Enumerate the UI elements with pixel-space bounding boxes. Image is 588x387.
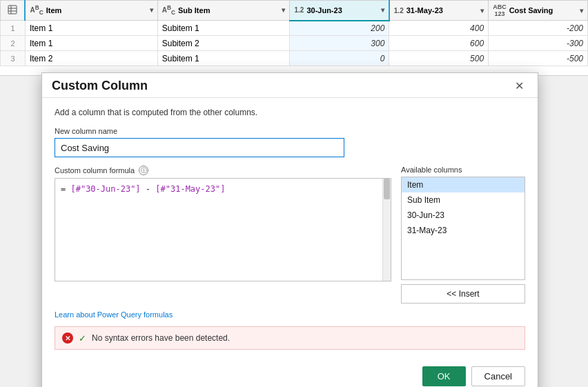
cell-may: 600 xyxy=(389,36,489,51)
formula-left: Custom column formula ⓘ = [#"30-Jun-23"]… xyxy=(55,166,391,304)
col-label-item1: Item xyxy=(46,6,62,14)
type-icon-cost: ABC123 xyxy=(493,3,507,17)
close-button[interactable]: ✕ xyxy=(511,79,528,93)
available-column-item[interactable]: 31-May-23 xyxy=(402,223,525,238)
cancel-button[interactable]: Cancel xyxy=(471,366,525,386)
formula-section: Custom column formula ⓘ = [#"30-Jun-23"]… xyxy=(55,166,525,304)
col-label-may: 31-May-23 xyxy=(406,6,443,14)
cell-item: Item 1 xyxy=(25,36,157,51)
col-header-cost[interactable]: ABC123 Cost Saving ▾ xyxy=(489,1,588,21)
type-icon-jun: 1.2 xyxy=(294,6,304,14)
col-header-subitem[interactable]: ABC Sub Item ▾ xyxy=(157,1,290,21)
available-column-item[interactable]: 30-Jun-23 xyxy=(402,208,525,223)
column-name-input[interactable] xyxy=(55,138,344,157)
formula-col1: [#"30-Jun-23"] xyxy=(70,184,140,194)
col-header-jun[interactable]: 1.2 30-Jun-23 ▾ xyxy=(290,1,389,21)
type-icon-item1: ABC xyxy=(30,4,43,16)
formula-col2: [#"31-May-23"] xyxy=(155,184,225,194)
column-name-label: New column name xyxy=(55,127,525,135)
column-name-section: New column name xyxy=(55,127,525,157)
svg-rect-0 xyxy=(8,6,17,14)
insert-button[interactable]: << Insert xyxy=(401,284,525,304)
cell-item: Item 2 xyxy=(25,51,157,66)
table-area: ABC Item ▾ ABC Sub Item ▾ 1.2 30-Jun xyxy=(0,0,588,76)
cell-item: Item 1 xyxy=(25,21,157,36)
dialog-subtitle: Add a column that is computed from the o… xyxy=(55,108,525,117)
formula-label-row: Custom column formula ⓘ xyxy=(55,166,391,175)
cell-jun: 0 xyxy=(290,51,389,66)
cell-may: 500 xyxy=(389,51,489,66)
formula-minus: - xyxy=(141,184,156,194)
custom-column-dialog: Custom Column ✕ Add a column that is com… xyxy=(41,72,538,387)
cell-jun: 200 xyxy=(290,21,389,36)
col-header-may[interactable]: 1.2 31-May-23 ▾ xyxy=(389,1,489,21)
available-columns-label: Available columns xyxy=(401,166,525,174)
ok-button[interactable]: OK xyxy=(422,366,466,386)
dialog-title: Custom Column xyxy=(52,79,148,93)
cell-subitem: Subitem 2 xyxy=(157,36,290,51)
table-row: 3 Item 2 Subitem 1 0 500 -500 xyxy=(1,51,588,66)
table-row: 1 Item 1 Subitem 1 200 400 -200 xyxy=(1,21,588,36)
formula-label: Custom column formula xyxy=(55,166,135,175)
dropdown-may[interactable]: ▾ xyxy=(480,7,484,14)
learn-link[interactable]: Learn about Power Query formulas xyxy=(55,310,173,319)
cell-subitem: Subitem 1 xyxy=(157,21,290,36)
formula-display: = [#"30-Jun-23"] - [#"31-May-23"] xyxy=(55,179,391,200)
col-label-cost: Cost Saving xyxy=(509,6,553,14)
cell-jun: 300 xyxy=(290,36,389,51)
formula-equals: = xyxy=(61,184,70,194)
formula-textarea-wrapper: = [#"30-Jun-23"] - [#"31-May-23"] xyxy=(55,178,391,281)
available-column-item[interactable]: Sub Item xyxy=(402,192,525,208)
table-icon-header xyxy=(1,1,26,21)
dropdown-cost[interactable]: ▾ xyxy=(580,7,583,14)
status-text: No syntax errors have been detected. xyxy=(92,333,230,343)
dropdown-jun[interactable]: ▾ xyxy=(381,6,384,14)
info-icon[interactable]: ⓘ xyxy=(139,166,148,175)
type-icon-subitem: ABC xyxy=(162,4,175,16)
row-num: 2 xyxy=(1,36,26,51)
col-header-item1[interactable]: ABC Item ▾ xyxy=(25,1,157,21)
available-columns-section: Available columns ItemSub Item30-Jun-233… xyxy=(401,166,525,304)
cell-may: 400 xyxy=(389,21,489,36)
type-icon-may: 1.2 xyxy=(394,7,404,14)
formula-scrollbar[interactable] xyxy=(382,179,391,281)
row-num: 1 xyxy=(1,21,26,36)
table-row: 2 Item 1 Subitem 2 300 600 -300 xyxy=(1,36,588,51)
cell-cost: -500 xyxy=(489,51,588,66)
dropdown-item1[interactable]: ▾ xyxy=(150,6,153,14)
cell-subitem: Subitem 1 xyxy=(157,51,290,66)
dialog-titlebar: Custom Column ✕ xyxy=(42,73,538,98)
available-column-item[interactable]: Item xyxy=(402,177,525,192)
cell-cost: -200 xyxy=(489,21,588,36)
available-columns-list: ItemSub Item30-Jun-2331-May-23 xyxy=(401,177,525,280)
cell-cost: -300 xyxy=(489,36,588,51)
formula-scroll-thumb xyxy=(384,179,390,199)
row-num: 3 xyxy=(1,51,26,66)
data-table: ABC Item ▾ ABC Sub Item ▾ 1.2 30-Jun xyxy=(0,0,588,66)
col-label-subitem: Sub Item xyxy=(178,6,210,14)
check-icon: ✓ xyxy=(79,333,86,344)
status-bar: ✕ ✓ No syntax errors have been detected. xyxy=(55,326,525,350)
dialog-footer: OK Cancel xyxy=(42,359,538,387)
dropdown-subitem[interactable]: ▾ xyxy=(282,6,285,14)
col-label-jun: 30-Jun-23 xyxy=(306,6,342,14)
dialog-body: Add a column that is computed from the o… xyxy=(42,98,538,359)
error-icon: ✕ xyxy=(62,333,73,344)
